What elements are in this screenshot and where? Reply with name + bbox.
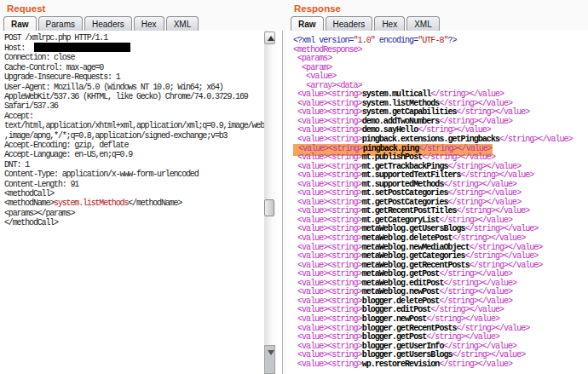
request-raw-text: POST /xmlrpc.php HTTP/1.1Host: Connectio… (4, 33, 268, 228)
request-line: Host: (4, 43, 268, 53)
request-line: User-Agent: Mozilla/5.0 (Windows NT 10.0… (4, 83, 268, 92)
request-line: AppleWebKit/537.36 (KHTML, like Gecko) C… (4, 92, 268, 101)
down-arrow-icon (268, 350, 274, 355)
request-line: Accept-Encoding: gzip, deflate (4, 141, 268, 150)
request-line: Accept: (4, 112, 268, 121)
scroll-down-button[interactable] (264, 345, 275, 374)
scroll-thumb[interactable] (264, 199, 274, 216)
redacted-host-value (34, 43, 130, 52)
request-panel-title: Request (0, 0, 283, 16)
request-line: Safari/537.36 (4, 101, 268, 111)
request-line: Content-Type: application/x-www-form-url… (4, 170, 268, 179)
up-arrow-icon (268, 36, 274, 41)
request-scrollbar[interactable] (264, 31, 276, 374)
response-raw-text: <?xml version="1.0" encoding="UTF-8"?><m… (293, 37, 573, 369)
response-panel: Response RawHeadersHexXML <?xml version=… (287, 0, 588, 374)
response-viewer[interactable]: <?xml version="1.0" encoding="UTF-8"?><m… (287, 31, 588, 374)
request-line: <params></params> (4, 209, 268, 218)
request-line: </methodCall> (4, 218, 268, 227)
request-line: <methodCall> (4, 189, 268, 199)
request-line: Accept-Language: en-US,en;q=0.9 (4, 150, 268, 159)
request-editor[interactable]: POST /xmlrpc.php HTTP/1.1Host: Connectio… (0, 31, 283, 374)
scroll-up-button[interactable] (264, 32, 275, 44)
request-line: text/html,application/xhtml+xml,applicat… (4, 121, 268, 130)
request-line: Cache-Control: max-age=0 (4, 63, 268, 72)
request-line: ,image/apng,*/*;q=0.8,application/signed… (4, 131, 268, 141)
request-panel: Request RawParamsHeadersHexXML POST /xml… (0, 0, 283, 374)
xml-open-tag-line: <methodResponse> (293, 46, 573, 55)
request-line: Content-Length: 91 (4, 180, 268, 189)
request-line: <methodName>system.listMethods</methodNa… (4, 199, 268, 208)
request-line: Connection: close (4, 53, 268, 62)
xml-open-tag-line: <params> (293, 55, 573, 64)
request-line: POST /xmlrpc.php HTTP/1.1 (4, 33, 268, 43)
request-line: Upgrade-Insecure-Requests: 1 (4, 72, 268, 82)
xml-method-line: <value><string>wp.restoreRevision</strin… (293, 360, 573, 370)
response-panel-title: Response (287, 0, 588, 16)
request-line: DNT: 1 (4, 160, 268, 170)
